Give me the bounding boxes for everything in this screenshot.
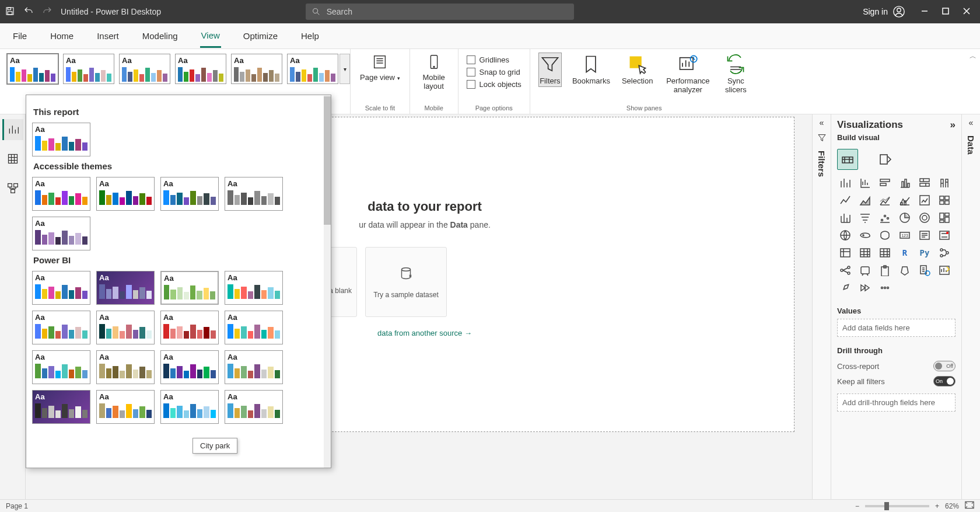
table-view-icon[interactable] (2, 148, 23, 169)
viz-type-22[interactable] (916, 228, 933, 242)
viz-type-4[interactable] (916, 176, 933, 190)
theme-thumbnail[interactable]: Aa (160, 271, 219, 305)
zoom-in-icon[interactable]: + (935, 502, 939, 510)
viz-type-14[interactable] (877, 211, 893, 225)
tab-file[interactable]: File (12, 25, 28, 47)
gridlines-checkbox[interactable]: Gridlines (467, 55, 522, 64)
filters-pane-toggle[interactable]: Filters (538, 53, 562, 87)
undo-icon[interactable] (23, 6, 34, 18)
viz-type-34[interactable] (916, 263, 933, 277)
theme-gallery-expand[interactable]: ▾ (340, 54, 350, 84)
theme-thumbnail[interactable]: Aa (225, 350, 283, 384)
theme-thumbnail[interactable]: Aa (225, 271, 283, 305)
viz-type-21[interactable]: 123 (897, 228, 913, 242)
viz-type-1[interactable] (857, 176, 873, 190)
viz-type-9[interactable] (897, 193, 913, 207)
theme-thumbnail[interactable]: Aa (32, 311, 90, 344)
viz-type-26[interactable] (877, 246, 893, 260)
theme-thumbnail[interactable]: Aa (160, 177, 219, 211)
filters-expand-icon[interactable]: « (820, 118, 824, 127)
ribbon-collapse-icon[interactable]: ︿ (970, 51, 977, 61)
viz-type-2[interactable] (877, 176, 893, 190)
zoom-slider[interactable] (865, 505, 929, 507)
data-expand-icon[interactable]: « (969, 118, 974, 127)
viz-type-28[interactable]: Py (916, 246, 933, 260)
theme-thumbnail[interactable]: Aa (32, 390, 90, 424)
bookmarks-button[interactable]: Bookmarks (571, 53, 611, 87)
viz-type-36[interactable] (837, 281, 853, 295)
theme-thumbnail[interactable]: Aa (225, 311, 283, 344)
viz-type-8[interactable] (877, 193, 893, 207)
report-view-icon[interactable] (2, 119, 23, 140)
theme-thumbnail[interactable]: Aa (160, 311, 219, 344)
theme-thumbnail[interactable]: Aa (32, 217, 90, 250)
viz-type-38[interactable] (877, 281, 893, 295)
drill-dropwell[interactable]: Add drill-through fields here (837, 393, 956, 412)
tab-insert[interactable]: Insert (96, 25, 120, 47)
format-visual-mode[interactable] (874, 149, 895, 170)
viz-type-31[interactable] (857, 263, 873, 277)
theme-thumbnail[interactable]: Aa (32, 271, 90, 305)
viz-type-18[interactable] (837, 228, 853, 242)
theme-thumbnail[interactable]: Aa (32, 350, 90, 384)
theme-thumbnail[interactable]: Aa (160, 390, 219, 424)
redo-icon[interactable] (42, 6, 52, 18)
viz-type-17[interactable] (936, 211, 953, 225)
theme-thumbnail[interactable]: Aa (32, 177, 90, 211)
search-box[interactable]: Search (306, 4, 574, 20)
theme-thumbnail[interactable]: Aa (96, 311, 155, 344)
theme-thumbnail[interactable]: Aa (96, 271, 155, 305)
mobile-layout-button[interactable]: Mobile layout (418, 53, 450, 92)
sync-slicers-button[interactable]: Sync slicers (722, 53, 750, 96)
viz-type-29[interactable] (936, 246, 953, 260)
theme-thumbnail[interactable]: Aa (119, 54, 170, 84)
viz-type-24[interactable] (837, 246, 853, 260)
viz-type-37[interactable] (857, 281, 873, 295)
minimize-icon[interactable] (921, 7, 929, 17)
tile-sample-dataset[interactable]: Try a sample dataset (365, 247, 447, 317)
viz-type-12[interactable] (837, 211, 853, 225)
viz-type-23[interactable] (936, 228, 953, 242)
viz-type-10[interactable] (916, 193, 933, 207)
viz-type-30[interactable] (837, 263, 853, 277)
sign-in-button[interactable]: Sign in (863, 5, 905, 18)
zoom-out-icon[interactable]: − (855, 502, 859, 510)
viz-type-0[interactable] (837, 176, 853, 190)
page-view-button[interactable]: Page view ▾ (359, 53, 401, 83)
selection-button[interactable]: Selection (621, 53, 654, 87)
values-dropwell[interactable]: Add data fields here (837, 319, 956, 337)
viz-type-27[interactable]: R (897, 246, 913, 260)
theme-thumbnail[interactable]: Aa (160, 350, 219, 384)
viz-type-20[interactable] (877, 228, 893, 242)
theme-thumbnail[interactable]: Aa (225, 390, 283, 424)
viz-type-6[interactable] (837, 193, 853, 207)
theme-thumbnail[interactable]: Aa (96, 390, 155, 424)
viz-type-13[interactable] (857, 211, 873, 225)
viz-type-5[interactable] (936, 176, 953, 190)
viz-type-16[interactable] (916, 211, 933, 225)
fit-to-page-icon[interactable] (965, 501, 974, 511)
viz-type-11[interactable] (936, 193, 953, 207)
theme-thumbnail[interactable]: Aa (32, 123, 90, 156)
theme-thumbnail[interactable]: Aa (231, 54, 282, 84)
theme-thumbnail[interactable]: Aa (7, 54, 58, 84)
lock-objects-checkbox[interactable]: Lock objects (467, 80, 522, 89)
viz-type-7[interactable] (857, 193, 873, 207)
performance-analyzer-button[interactable]: Performance analyzer (663, 53, 712, 96)
maximize-icon[interactable] (942, 7, 950, 17)
viz-type-35[interactable] (936, 263, 953, 277)
theme-thumbnail[interactable]: Aa (96, 350, 155, 384)
viz-type-3[interactable] (897, 176, 913, 190)
theme-thumbnail[interactable]: Aa (63, 54, 114, 84)
build-visual-mode[interactable] (837, 149, 858, 170)
tab-modeling[interactable]: Modeling (141, 25, 179, 47)
tab-home[interactable]: Home (49, 25, 75, 47)
viz-type-19[interactable] (857, 228, 873, 242)
theme-thumbnail[interactable]: Aa (225, 177, 283, 211)
tab-help[interactable]: Help (300, 25, 320, 47)
snap-to-grid-checkbox[interactable]: Snap to grid (467, 68, 522, 76)
theme-thumbnail[interactable]: Aa (96, 177, 155, 211)
keep-filters-toggle[interactable]: On (933, 376, 956, 386)
popup-scrollbar[interactable] (324, 95, 331, 468)
viz-type-15[interactable] (897, 211, 913, 225)
